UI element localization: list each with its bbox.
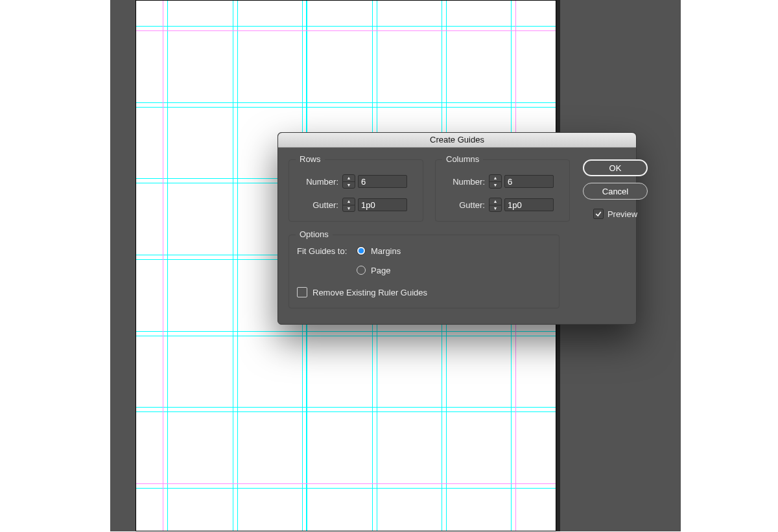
rows-group: Rows Number: ▲ ▼ Gutter: ▲ ▼ [289, 159, 423, 222]
cyan-vertical-guide [167, 1, 168, 531]
ok-button[interactable]: OK [583, 159, 648, 176]
magenta-vertical-guide [163, 1, 163, 531]
cyan-vertical-guide [163, 1, 163, 531]
cyan-horizontal-guide [136, 331, 556, 332]
cyan-horizontal-guide [136, 107, 556, 108]
columns-group: Columns Number: ▲ ▼ Gutter: ▲ ▼ [435, 159, 570, 222]
rows-gutter-input[interactable] [358, 198, 407, 211]
rows-number-label: Number: [296, 177, 338, 187]
remove-existing-guides-label: Remove Existing Ruler Guides [312, 288, 427, 297]
columns-gutter-label: Gutter: [442, 200, 485, 210]
cyan-horizontal-guide [136, 483, 556, 484]
stepper-up-icon[interactable]: ▲ [343, 175, 355, 182]
columns-number-label: Number: [442, 177, 485, 187]
columns-number-input[interactable] [504, 175, 554, 188]
cyan-horizontal-guide [136, 102, 556, 103]
check-icon [595, 210, 602, 218]
columns-gutter-stepper[interactable]: ▲ ▼ [489, 198, 502, 212]
fit-margins-radio[interactable] [357, 246, 366, 255]
cancel-button[interactable]: Cancel [583, 183, 648, 200]
remove-existing-guides-checkbox[interactable] [297, 287, 307, 297]
stepper-up-icon[interactable]: ▲ [343, 198, 355, 205]
dialog-title[interactable]: Create Guides [278, 133, 636, 148]
dialog-body: Rows Number: ▲ ▼ Gutter: ▲ ▼ [278, 148, 636, 324]
stepper-up-icon[interactable]: ▲ [489, 198, 501, 205]
columns-gutter-input[interactable] [504, 198, 554, 211]
columns-number-stepper[interactable]: ▲ ▼ [489, 174, 502, 189]
rows-group-title: Rows [296, 154, 325, 164]
columns-group-title: Columns [442, 154, 483, 164]
stepper-down-icon[interactable]: ▼ [489, 182, 501, 189]
fit-margins-label: Margins [371, 246, 401, 256]
rows-number-input[interactable] [358, 175, 407, 188]
rows-number-stepper[interactable]: ▲ ▼ [342, 174, 355, 189]
fit-page-radio[interactable] [357, 266, 366, 275]
cyan-horizontal-guide [136, 488, 556, 489]
stepper-up-icon[interactable]: ▲ [489, 175, 501, 182]
stepper-down-icon[interactable]: ▼ [489, 205, 501, 212]
fit-guides-label: Fit Guides to: [297, 246, 357, 256]
create-guides-dialog: Create Guides Rows Number: ▲ ▼ [277, 132, 637, 325]
fit-page-label: Page [371, 266, 390, 275]
preview-checkbox[interactable] [593, 209, 604, 219]
stepper-down-icon[interactable]: ▼ [343, 182, 355, 189]
cyan-vertical-guide [233, 1, 233, 531]
cyan-horizontal-guide [136, 407, 556, 408]
rows-gutter-label: Gutter: [296, 200, 338, 210]
options-group: Options Fit Guides to: Margins Page Remo… [289, 235, 560, 308]
options-group-title: Options [296, 229, 333, 239]
rows-gutter-stepper[interactable]: ▲ ▼ [342, 198, 355, 212]
magenta-horizontal-guide [136, 30, 556, 31]
cyan-horizontal-guide [136, 26, 556, 27]
preview-label: Preview [607, 209, 637, 219]
cyan-horizontal-guide [136, 336, 556, 336]
cyan-vertical-guide [237, 1, 238, 531]
cyan-horizontal-guide [136, 30, 556, 31]
cyan-horizontal-guide [136, 411, 556, 412]
magenta-horizontal-guide [136, 483, 556, 484]
stepper-down-icon[interactable]: ▼ [343, 205, 355, 212]
